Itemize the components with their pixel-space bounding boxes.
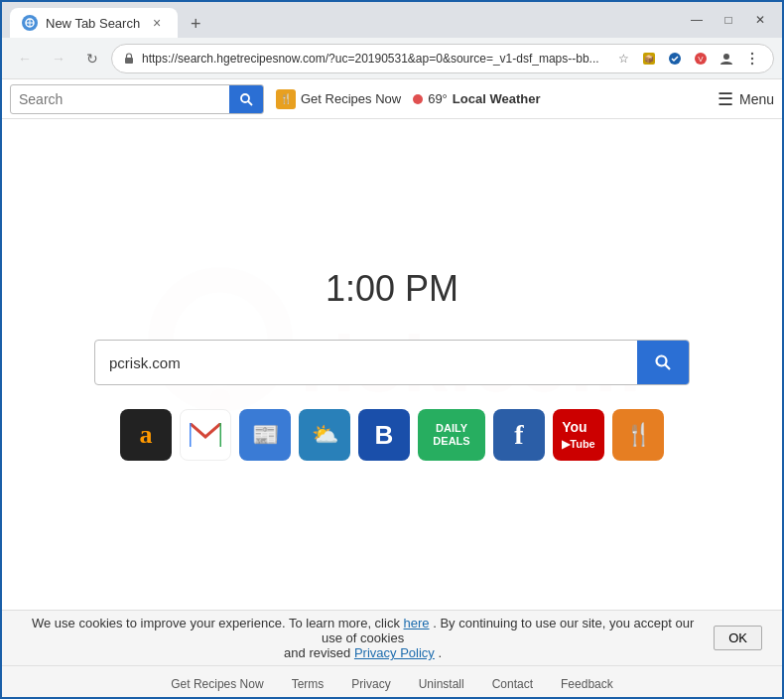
nav-bar: ← → ↻ https://search.hgetrecipesnow.com/… xyxy=(2,38,782,79)
search-icon xyxy=(239,92,253,106)
shortcut-recipes[interactable]: 🍴 xyxy=(612,409,664,461)
svg-point-13 xyxy=(241,94,249,102)
toolbar-search-input[interactable] xyxy=(11,91,229,107)
center-search-icon xyxy=(654,353,672,371)
shortcut-youtube[interactable]: You▶Tube xyxy=(553,409,604,461)
toolbar-search-box[interactable] xyxy=(10,84,264,114)
news-icon: 📰 xyxy=(252,422,279,448)
toolbar-links: 🍴 Get Recipes Now 69° Local Weather ☰ Me… xyxy=(276,88,774,110)
shortcut-news[interactable]: 📰 xyxy=(239,409,291,461)
footer-get-recipes[interactable]: Get Recipes Now xyxy=(171,677,263,691)
tab-favicon xyxy=(22,15,38,31)
recipe-icon: 🍴 xyxy=(276,89,296,109)
window-controls: — □ ✕ xyxy=(683,6,774,34)
close-button[interactable]: ✕ xyxy=(746,6,774,34)
shortcut-bing[interactable]: B xyxy=(358,409,410,461)
svg-text:📦: 📦 xyxy=(644,54,654,64)
time-display: 1:00 PM xyxy=(326,268,458,310)
get-recipes-link[interactable]: 🍴 Get Recipes Now xyxy=(276,89,401,109)
svg-rect-3 xyxy=(125,58,133,64)
shortcut-facebook[interactable]: f xyxy=(493,409,545,461)
extension-icon-3[interactable]: V xyxy=(690,48,712,70)
address-text: https://search.hgetrecipesnow.com/?uc=20… xyxy=(142,52,606,66)
svg-point-11 xyxy=(751,57,753,59)
address-bar[interactable]: https://search.hgetrecipesnow.com/?uc=20… xyxy=(111,44,774,73)
main-content: risk.com 1:00 PM a xyxy=(2,119,782,610)
menu-button[interactable]: ☰ Menu xyxy=(718,88,774,110)
footer-terms[interactable]: Terms xyxy=(292,677,325,691)
youtube-icon: You▶Tube xyxy=(562,419,594,451)
svg-point-12 xyxy=(751,62,753,64)
facebook-icon: f xyxy=(514,419,523,451)
cookie-text-4: . xyxy=(438,645,442,660)
center-search-button[interactable] xyxy=(637,341,689,384)
shortcut-amazon[interactable]: a xyxy=(120,409,172,461)
toolbar-search-button[interactable] xyxy=(229,84,263,114)
privacy-policy-link[interactable]: Privacy Policy xyxy=(354,645,435,660)
weather-icon: ⛅ xyxy=(312,422,338,448)
tab-area: New Tab Search × + xyxy=(10,2,675,38)
extension-icon-2[interactable] xyxy=(664,48,686,70)
lock-icon xyxy=(122,52,136,66)
maximize-button[interactable]: □ xyxy=(715,6,742,34)
svg-line-14 xyxy=(248,101,252,105)
shortcut-daily-deals[interactable]: DAILYDEALS xyxy=(418,409,485,461)
local-weather-link[interactable]: 69° Local Weather xyxy=(413,91,540,106)
bing-icon: B xyxy=(375,420,394,451)
footer-uninstall[interactable]: Uninstall xyxy=(419,677,464,691)
forward-button[interactable]: → xyxy=(44,44,73,73)
cookie-text: We use cookies to improve your experienc… xyxy=(22,616,704,660)
weather-temp: 69° xyxy=(428,91,448,106)
minimize-button[interactable]: — xyxy=(683,6,711,34)
svg-point-10 xyxy=(751,52,753,54)
cookie-banner: We use cookies to improve your experienc… xyxy=(2,610,782,665)
shortcuts-row: a 📰 ⛅ B DAILYDEALS f xyxy=(120,409,664,461)
footer-privacy[interactable]: Privacy xyxy=(351,677,390,691)
weather-dot xyxy=(413,94,423,104)
footer-feedback[interactable]: Feedback xyxy=(561,677,613,691)
cookie-text-3: and revised xyxy=(284,645,350,660)
svg-text:V: V xyxy=(698,55,704,64)
active-tab[interactable]: New Tab Search × xyxy=(10,8,178,38)
footer: Get Recipes Now Terms Privacy Uninstall … xyxy=(2,665,782,699)
svg-point-9 xyxy=(723,54,729,60)
weather-label: Local Weather xyxy=(453,91,541,106)
title-bar: New Tab Search × + — □ ✕ xyxy=(2,2,782,38)
tab-title: New Tab Search xyxy=(46,16,140,31)
shortcut-gmail[interactable] xyxy=(180,409,231,461)
new-tab-button[interactable]: + xyxy=(182,10,209,38)
recipes-icon: 🍴 xyxy=(625,422,652,448)
gmail-icon xyxy=(190,423,221,447)
center-search-input[interactable] xyxy=(95,345,637,381)
extension-icon-1[interactable]: 📦 xyxy=(638,48,660,70)
footer-contact[interactable]: Contact xyxy=(492,677,533,691)
more-options-icon[interactable] xyxy=(741,48,763,70)
menu-lines-icon: ☰ xyxy=(718,88,733,110)
cookie-ok-button[interactable]: OK xyxy=(714,626,762,650)
svg-line-18 xyxy=(665,364,670,369)
menu-label: Menu xyxy=(739,91,774,107)
back-button[interactable]: ← xyxy=(10,44,40,73)
center-search-box[interactable] xyxy=(94,340,690,385)
toolbar: 🍴 Get Recipes Now 69° Local Weather ☰ Me… xyxy=(2,79,782,119)
get-recipes-label: Get Recipes Now xyxy=(301,91,401,106)
cookie-here-link[interactable]: here xyxy=(404,616,430,630)
profile-icon[interactable] xyxy=(716,48,737,70)
cookie-text-1: We use cookies to improve your experienc… xyxy=(32,616,400,630)
star-icon[interactable]: ☆ xyxy=(612,48,634,70)
shortcut-weather[interactable]: ⛅ xyxy=(299,409,350,461)
reload-button[interactable]: ↻ xyxy=(77,44,107,73)
tab-close-button[interactable]: × xyxy=(148,14,166,32)
address-icons: ☆ 📦 V xyxy=(612,48,763,70)
amazon-icon: a xyxy=(140,420,153,450)
daily-deals-icon: DAILYDEALS xyxy=(433,422,469,448)
